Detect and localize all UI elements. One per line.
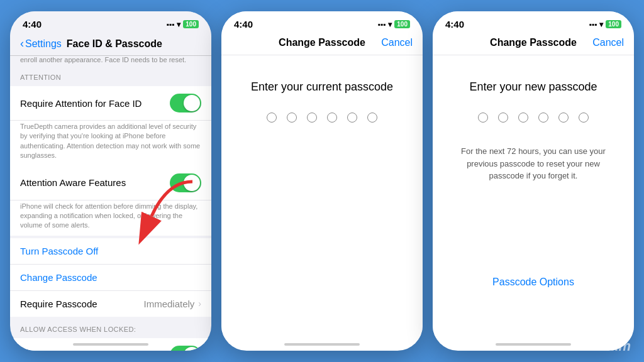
status-icons-2: ▪▪▪ ▾ 100: [378, 20, 410, 29]
status-bar-1: 4:40 ▪▪▪ ▾ 100: [10, 11, 211, 33]
attention-aware-label: Attention Aware Features: [20, 177, 170, 188]
locked-header: ALLOW ACCESS WHEN LOCKED:: [10, 319, 211, 336]
change-passcode-label: Change Passcode: [20, 272, 201, 283]
passcode-nav-title-2: Change Passcode: [279, 37, 365, 48]
battery-1: 100: [183, 20, 199, 28]
battery-2: 100: [394, 20, 410, 28]
passcode-prompt-2: Enter your current passcode: [251, 80, 393, 94]
passcode-nav-title-3: Change Passcode: [490, 37, 577, 48]
passcode-dots-2: [267, 112, 377, 123]
require-attention-label: Require Attention for Face ID: [20, 98, 170, 109]
dot-4: [327, 112, 337, 123]
screen1-phone: 4:40 ▪▪▪ ▾ 100 ‹ Settings Face ID & Pass…: [10, 11, 211, 351]
status-bar-2: 4:40 ▪▪▪ ▾ 100: [221, 11, 423, 33]
today-view-label: Today View and Search: [20, 349, 170, 351]
cancel-button-3[interactable]: Cancel: [592, 37, 624, 48]
screen2-phone: 4:40 ▪▪▪ ▾ 100 Change Passcode Cancel En…: [221, 11, 423, 351]
new-dot-1: [478, 112, 488, 123]
turn-passcode-off-row[interactable]: Turn Passcode Off: [10, 238, 211, 265]
today-view-toggle[interactable]: [170, 346, 201, 351]
wifi-icon-3: ▾: [599, 20, 603, 29]
truncated-note: enroll another appearance. Face ID needs…: [10, 56, 211, 67]
require-passcode-value: Immediately: [143, 299, 194, 309]
passcode-nav-2: Change Passcode Cancel: [221, 33, 423, 55]
require-attention-sub: TrueDepth camera provides an additional …: [10, 121, 211, 166]
turn-passcode-off-label: Turn Passcode Off: [20, 246, 201, 256]
nav-bar-1: ‹ Settings Face ID & Passcode: [10, 33, 211, 56]
attention-group: Require Attention for Face ID TrueDepth …: [10, 86, 211, 236]
back-chevron-icon: ‹: [20, 37, 24, 50]
watermark: iDream: [580, 338, 631, 354]
passcode-body-2: Enter your current passcode: [221, 55, 423, 338]
nav-title-1: Face ID & Passcode: [67, 38, 162, 50]
home-indicator-1: [73, 343, 148, 346]
attention-header: ATTENTION: [10, 67, 211, 84]
new-dot-3: [518, 112, 528, 123]
status-icons-3: ▪▪▪ ▾ 100: [589, 20, 621, 29]
status-bar-3: 4:40 ▪▪▪ ▾ 100: [433, 11, 634, 33]
dot-6: [367, 112, 377, 123]
time-2: 4:40: [234, 19, 253, 30]
signal-icon: ▪▪▪: [167, 20, 175, 29]
signal-icon-2: ▪▪▪: [378, 20, 386, 29]
screen3-phone: 4:40 ▪▪▪ ▾ 100 Change Passcode Cancel En…: [433, 11, 634, 351]
cancel-button-2[interactable]: Cancel: [381, 37, 413, 48]
back-button[interactable]: ‹ Settings: [20, 37, 62, 50]
passcode-options-button[interactable]: Passcode Options: [492, 277, 574, 288]
attention-aware-row[interactable]: Attention Aware Features: [10, 166, 211, 200]
new-dot-4: [538, 112, 548, 123]
require-passcode-label: Require Passcode: [20, 299, 143, 309]
passcode-nav-3: Change Passcode Cancel: [433, 33, 634, 55]
attention-aware-toggle[interactable]: [170, 173, 201, 192]
home-indicator-3: [496, 343, 571, 346]
passcode-body-3: Enter your new passcode For the next 72 …: [433, 55, 634, 338]
battery-3: 100: [606, 20, 621, 28]
home-indicator-2: [284, 343, 360, 346]
dot-2: [287, 112, 297, 123]
passcode-dots-3: [478, 112, 589, 123]
wifi-icon: ▾: [177, 20, 180, 29]
passcode-group: Turn Passcode Off Change Passcode Requir…: [10, 238, 211, 317]
new-dot-5: [558, 112, 569, 123]
back-label: Settings: [25, 38, 62, 50]
new-dot-6: [579, 112, 589, 123]
status-icons-1: ▪▪▪ ▾ 100: [167, 20, 199, 29]
dot-3: [307, 112, 317, 123]
signal-icon-3: ▪▪▪: [589, 20, 597, 29]
settings-content: enroll another appearance. Face ID needs…: [10, 56, 211, 351]
attention-aware-sub: iPhone will check for attention before d…: [10, 200, 211, 236]
change-passcode-row[interactable]: Change Passcode: [10, 265, 211, 291]
wifi-icon-2: ▾: [388, 20, 392, 29]
dot-1: [267, 112, 277, 123]
require-passcode-row[interactable]: Require Passcode Immediately ›: [10, 291, 211, 317]
new-dot-2: [498, 112, 508, 123]
require-attention-row[interactable]: Require Attention for Face ID: [10, 86, 211, 121]
passcode-note: For the next 72 hours, you can use your …: [445, 145, 621, 182]
time-1: 4:40: [23, 19, 42, 30]
time-3: 4:40: [445, 19, 464, 30]
require-attention-toggle[interactable]: [170, 94, 201, 112]
passcode-prompt-3: Enter your new passcode: [469, 80, 597, 94]
require-passcode-chevron: ›: [198, 299, 201, 309]
dot-5: [347, 112, 357, 123]
